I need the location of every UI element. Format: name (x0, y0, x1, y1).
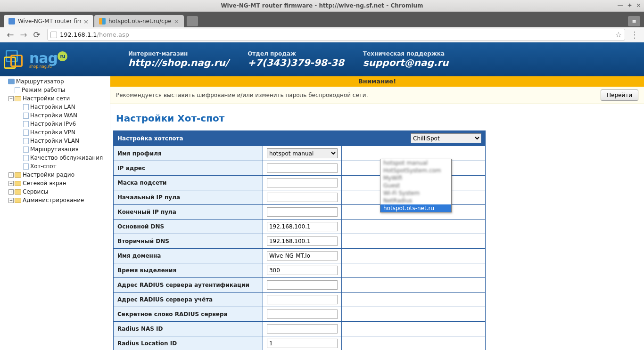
config-input[interactable] (267, 207, 338, 217)
page-icon (23, 121, 29, 127)
config-label: Конечный IP пула (114, 205, 263, 220)
tabstrip-menu-icon[interactable]: ≡ (628, 16, 640, 26)
config-label: Radius Location ID (114, 336, 263, 350)
config-input[interactable] (267, 295, 338, 304)
bookmark-star-icon[interactable]: ☆ (615, 30, 622, 39)
config-input[interactable] (267, 236, 338, 246)
table-header: Настройка хотспота (114, 131, 263, 146)
notice-go-button[interactable]: Перейти (601, 90, 638, 101)
config-input[interactable] (267, 280, 338, 290)
browser-tab-active[interactable]: Wive-NG-MT router firm × (4, 15, 93, 27)
tree-item-routing[interactable]: Маршрутизация (0, 145, 110, 154)
tree-item-ipv6[interactable]: Настройки IPv6 (0, 120, 110, 128)
forward-button[interactable]: → (18, 29, 29, 41)
window-maximize-icon[interactable]: ✦ (627, 2, 632, 9)
config-input[interactable] (267, 178, 338, 187)
page-icon (23, 147, 29, 153)
config-label: Radius NAS ID (114, 322, 263, 336)
banner-sales: Отдел продаж +7(343)379-98-38 (248, 50, 344, 68)
page-icon (23, 163, 29, 170)
banner-value: http://shop.nag.ru/ (128, 57, 229, 68)
tree-item-mode[interactable]: Режим работы (0, 86, 110, 94)
dropdown-option-selected[interactable]: hotspot.ots-net.ru (380, 204, 451, 212)
config-field-cell (263, 190, 341, 205)
favicon-icon (8, 18, 15, 24)
config-field-cell (263, 322, 341, 336)
tree-item-services[interactable]: +Сервисы (0, 187, 110, 196)
reload-button[interactable]: ⟳ (31, 29, 42, 41)
folder-open-icon (15, 96, 21, 101)
config-field-cell (263, 220, 341, 234)
folder-icon (15, 172, 21, 178)
tab-label: hotspot.ots-net.ru/cpe/ (108, 18, 171, 24)
tree-item-qos[interactable]: Качество обслуживания (0, 154, 110, 162)
config-spacer (341, 322, 485, 336)
new-tab-button[interactable] (187, 16, 198, 26)
dropdown-option[interactable]: HotSpotSystem.com (380, 167, 451, 174)
tree-item-admin[interactable]: +Администрирование (0, 196, 110, 204)
tree-item-lan[interactable]: Настройки LAN (0, 103, 110, 111)
config-spacer (341, 263, 485, 278)
back-button[interactable]: ← (5, 29, 16, 41)
config-input[interactable] (267, 309, 338, 319)
tree-item-radio[interactable]: +Настройки радио (0, 171, 110, 179)
tree-item-wan[interactable]: Настройки WAN (0, 111, 110, 120)
banner-label: Интернет-магазин (128, 50, 229, 57)
config-input[interactable] (267, 163, 338, 173)
dropdown-option[interactable]: NetRadius (380, 197, 451, 204)
config-field-cell (263, 263, 341, 278)
expand-icon[interactable]: + (8, 172, 14, 178)
config-input[interactable] (267, 222, 338, 231)
page-info-icon[interactable] (50, 32, 57, 38)
config-input[interactable] (267, 339, 338, 348)
page-icon (15, 87, 20, 93)
expand-icon[interactable]: + (8, 189, 14, 195)
banner-support[interactable]: Техническая поддержка support@nag.ru (363, 50, 449, 68)
config-label: Вторичный DNS (114, 234, 263, 249)
banner-shop[interactable]: Интернет-магазин http://shop.nag.ru/ (128, 50, 229, 68)
config-label: IP адрес (114, 161, 263, 176)
dropdown-option[interactable]: MyWifi (380, 174, 451, 182)
table-mode-cell: ChilliSpot (263, 131, 485, 146)
collapse-icon[interactable]: − (8, 96, 14, 101)
dropdown-option[interactable]: hotspot manual (380, 159, 451, 167)
config-field-cell (263, 205, 341, 220)
profile-select[interactable]: hotspot manual (267, 148, 338, 158)
site-logo[interactable]: nagru shop.nag.ru (4, 48, 109, 71)
browser-tab[interactable]: hotspot.ots-net.ru/cpe/ × (94, 15, 184, 27)
tree-item-net[interactable]: −Настройки сети (0, 94, 110, 103)
banner-label: Техническая поддержка (363, 50, 449, 57)
window-close-icon[interactable]: ✕ (636, 2, 641, 9)
page-icon (23, 104, 29, 110)
config-label: Начальный IP пула (114, 190, 263, 205)
address-bar[interactable]: 192.168.1.1/home.asp ☆ (47, 29, 625, 41)
window-minimize-icon[interactable]: — (617, 2, 623, 9)
tree-root[interactable]: Маршрутизатор (0, 77, 110, 86)
tab-close-icon[interactable]: × (174, 18, 179, 25)
tree-item-vlan[interactable]: Настройки VLAN (0, 137, 110, 145)
config-input[interactable] (267, 251, 338, 260)
hotspot-mode-select[interactable]: ChilliSpot (411, 133, 481, 143)
config-row: Секретное слово RADIUS сервера (114, 307, 486, 322)
tab-close-icon[interactable]: × (83, 18, 89, 25)
config-input[interactable] (267, 266, 338, 275)
config-input[interactable] (267, 193, 338, 202)
expand-icon[interactable]: + (8, 181, 14, 186)
config-spacer (341, 293, 485, 307)
os-titlebar: Wive-NG-MT router firmware - http://wive… (0, 0, 644, 12)
config-field-cell (263, 161, 341, 176)
dropdown-option[interactable]: Guest (380, 182, 451, 189)
tree-item-hotspot[interactable]: Хот-спот (0, 162, 110, 171)
browser-menu-icon[interactable]: ⋮ (629, 30, 640, 40)
config-label: Адрес RADIUS сервера аутентификации (114, 278, 263, 293)
profile-dropdown-list[interactable]: hotspot manual HotSpotSystem.com MyWifi … (380, 159, 452, 212)
dropdown-option[interactable]: Wi-Fi System (380, 189, 451, 197)
tree-item-vpn[interactable]: Настройки VPN (0, 128, 110, 137)
config-input[interactable] (267, 324, 338, 334)
expand-icon[interactable]: + (8, 198, 14, 203)
tree-item-firewall[interactable]: +Сетевой экран (0, 179, 110, 187)
page-icon (23, 138, 29, 144)
site-banner: nagru shop.nag.ru Интернет-магазин http:… (0, 42, 644, 76)
notice-text: Рекомендуется выставить шифрование и/или… (116, 92, 601, 98)
config-spacer (341, 249, 485, 263)
